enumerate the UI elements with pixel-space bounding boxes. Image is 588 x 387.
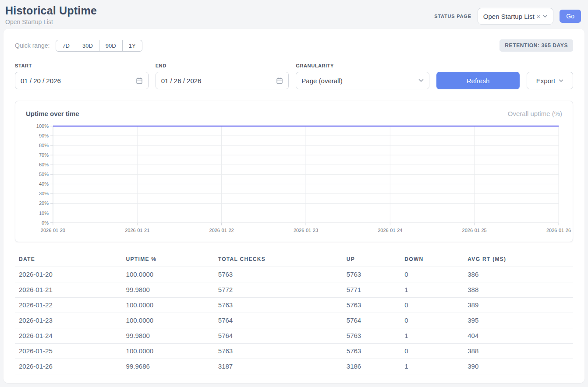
table-row: 2026-01-25100.0000576357630388: [15, 343, 573, 359]
clear-selection-icon[interactable]: ×: [537, 13, 541, 20]
start-label: START: [15, 63, 149, 68]
table-cell: 2026-01-23: [15, 313, 122, 328]
table-cell: 1: [400, 328, 464, 343]
granularity-field: GRANULARITY Page (overall): [296, 63, 429, 89]
table-cell: 2026-01-20: [15, 267, 122, 282]
table-cell: 389: [464, 297, 573, 313]
page-title: Historical Uptime: [5, 4, 97, 17]
x-axis-label: 2026-01-21: [125, 228, 149, 233]
quick-range-row: Quick range: 7D30D90D1Y RETENTION: 365 D…: [15, 39, 573, 52]
x-axis-label: 2026-01-24: [378, 228, 402, 233]
column-header: DATE: [15, 253, 122, 267]
chart-legend: Overall uptime (%): [508, 110, 562, 117]
table-cell: 5763: [343, 343, 400, 359]
table-cell: 100.0000: [122, 297, 214, 313]
table-body: 2026-01-20100.00005763576303862026-01-21…: [15, 267, 573, 374]
column-header: UP: [343, 253, 400, 267]
column-header: AVG RT (MS): [464, 253, 573, 267]
start-date-field: START 01 / 20 / 2026: [15, 63, 149, 89]
table-cell: 1: [400, 359, 464, 374]
y-axis-label: 0%: [42, 220, 49, 225]
x-axis-label: 2026-01-22: [209, 228, 234, 233]
table-cell: 1: [400, 282, 464, 297]
granularity-label: GRANULARITY: [296, 63, 429, 68]
table-cell: 2026-01-22: [15, 297, 122, 313]
quick-range-label: Quick range:: [15, 42, 50, 49]
end-date-input[interactable]: 01 / 26 / 2026: [156, 72, 289, 89]
y-axis-label: 70%: [39, 152, 49, 158]
x-axis-label: 2026-01-25: [462, 228, 487, 233]
table-cell: 3186: [343, 359, 400, 374]
uptime-chart-card: Uptime over time Overall uptime (%) 0%10…: [15, 101, 573, 242]
end-date-field: END 01 / 26 / 2026: [156, 63, 289, 89]
table-cell: 2026-01-26: [15, 359, 122, 374]
status-page-select[interactable]: Open Startup List ×: [478, 8, 554, 25]
table-cell: 388: [464, 282, 573, 297]
table-cell: 99.9686: [122, 359, 214, 374]
chart-header: Uptime over time Overall uptime (%): [26, 110, 562, 117]
table-row: 2026-01-2699.9686318731861390: [15, 359, 573, 374]
table-cell: 2026-01-21: [15, 282, 122, 297]
x-axis-label: 2026-01-26: [546, 228, 571, 233]
main-panel: Quick range: 7D30D90D1Y RETENTION: 365 D…: [4, 29, 584, 383]
refresh-button[interactable]: Refresh: [436, 72, 520, 89]
table-cell: 99.9800: [122, 328, 214, 343]
y-axis-label: 60%: [39, 162, 49, 167]
table-cell: 5763: [343, 297, 400, 313]
y-axis-label: 80%: [39, 143, 49, 148]
export-label: Export: [536, 77, 555, 84]
end-date-value: 01 / 26 / 2026: [161, 77, 202, 84]
export-button[interactable]: Export: [527, 72, 573, 89]
table-cell: 404: [464, 328, 573, 343]
title-block: Historical Uptime Open Startup List: [5, 4, 97, 25]
start-date-value: 01 / 20 / 2026: [21, 77, 61, 84]
status-page-cluster: STATUS PAGE Open Startup List × Go: [434, 8, 581, 25]
go-button[interactable]: Go: [560, 10, 581, 23]
uptime-table: DATEUPTIME %TOTAL CHECKSUPDOWNAVG RT (MS…: [15, 253, 573, 374]
table-cell: 0: [400, 297, 464, 313]
chart-title: Uptime over time: [26, 110, 79, 117]
granularity-select[interactable]: Page (overall): [296, 72, 429, 89]
chevron-down-icon: [418, 79, 424, 82]
start-date-input[interactable]: 01 / 20 / 2026: [15, 72, 149, 89]
table-cell: 0: [400, 267, 464, 282]
table-cell: 100.0000: [122, 313, 214, 328]
y-axis-label: 10%: [39, 211, 49, 216]
table-cell: 386: [464, 267, 573, 282]
table-cell: 100.0000: [122, 267, 214, 282]
table-row: 2026-01-2499.9800576457631404: [15, 328, 573, 343]
calendar-icon[interactable]: [276, 77, 283, 84]
table-cell: 2026-01-24: [15, 328, 122, 343]
table-cell: 5763: [214, 343, 343, 359]
calendar-icon[interactable]: [136, 77, 143, 84]
table-cell: 390: [464, 359, 573, 374]
table-row: 2026-01-2199.9800577257711388: [15, 282, 573, 297]
table-header-row: DATEUPTIME %TOTAL CHECKSUPDOWNAVG RT (MS…: [15, 253, 573, 267]
table-cell: 5764: [343, 313, 400, 328]
quick-range-group: 7D30D90D1Y: [56, 40, 142, 52]
table-cell: 5763: [214, 267, 343, 282]
column-header: TOTAL CHECKS: [214, 253, 343, 267]
table-cell: 395: [464, 313, 573, 328]
table-cell: 0: [400, 313, 464, 328]
table-cell: 99.9800: [122, 282, 214, 297]
table-row: 2026-01-22100.0000576357630389: [15, 297, 573, 313]
y-axis-label: 100%: [36, 123, 49, 129]
quick-range: Quick range: 7D30D90D1Y: [15, 40, 142, 52]
table-cell: 5763: [343, 267, 400, 282]
quick-range-1y-button[interactable]: 1Y: [123, 40, 142, 52]
granularity-value: Page (overall): [301, 77, 342, 84]
retention-badge: RETENTION: 365 DAYS: [499, 39, 573, 52]
table-cell: 5772: [214, 282, 343, 297]
quick-range-30d-button[interactable]: 30D: [76, 40, 99, 52]
table-row: 2026-01-20100.0000576357630386: [15, 267, 573, 282]
column-header: DOWN: [400, 253, 464, 267]
status-page-value: Open Startup List: [483, 13, 535, 20]
table-cell: 3187: [214, 359, 343, 374]
quick-range-90d-button[interactable]: 90D: [99, 40, 123, 52]
page-subtitle: Open Startup List: [5, 18, 97, 25]
x-axis-label: 2026-01-20: [41, 228, 65, 233]
y-axis-label: 40%: [39, 181, 49, 186]
page-header: Historical Uptime Open Startup List STAT…: [0, 0, 588, 29]
quick-range-7d-button[interactable]: 7D: [56, 40, 76, 52]
